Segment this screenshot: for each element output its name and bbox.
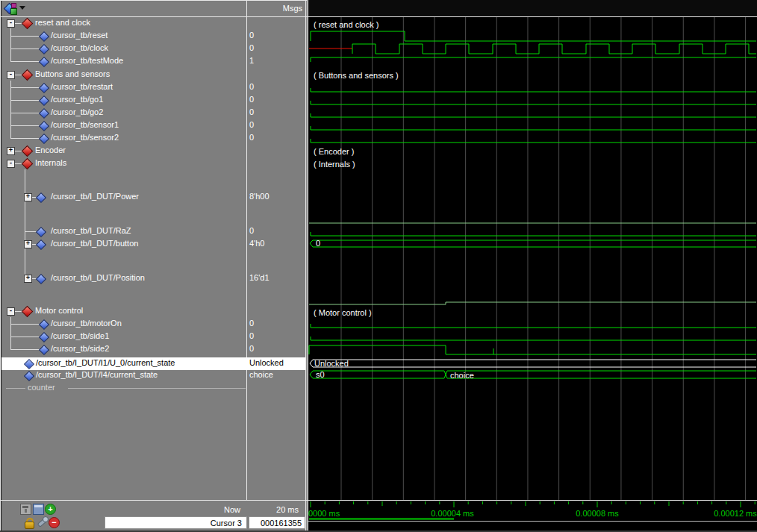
wave-button-open	[310, 240, 313, 247]
signal-value: 0	[249, 120, 254, 129]
divider-line	[68, 388, 246, 389]
wave-side2	[309, 345, 756, 354]
delete-cursor-icon[interactable]: −	[49, 517, 60, 528]
signal-row--cursor-tb-testmode[interactable]: /cursor_tb/testMode	[51, 56, 123, 65]
signal-diamond-icon	[39, 44, 49, 54]
cursor-name-field[interactable]: Cursor 3	[105, 516, 247, 529]
messages-window-icon[interactable]	[33, 504, 44, 515]
wave-go2	[311, 113, 756, 117]
now-label: Now	[136, 505, 240, 514]
expand-icon[interactable]: +	[7, 147, 15, 155]
group-diamond-icon	[22, 69, 34, 81]
timeline-label: 0000 ms	[308, 509, 340, 518]
wrench-icon[interactable]	[37, 516, 47, 527]
tree-connector	[10, 87, 40, 88]
collapse-icon[interactable]: -	[7, 160, 15, 168]
waveform-canvas[interactable]: ( reset and clock )( Buttons and sensors…	[308, 16, 757, 501]
signal-value: 0	[249, 107, 254, 116]
wave-group-label: ( Encoder )	[314, 147, 354, 156]
timeline-ruler[interactable]: 0000 ms0.00004 ms0.00008 ms0.00012 ms	[308, 501, 757, 521]
group-row-buttons-and-sensors[interactable]: Buttons and sensors	[35, 69, 110, 78]
tree-line	[25, 169, 25, 278]
signal-row--cursor-tb-sensor1[interactable]: /cursor_tb/sensor1	[51, 120, 119, 129]
signal-diamond-icon	[36, 193, 46, 203]
wave-value-text: 0	[316, 239, 320, 248]
expand-icon[interactable]: +	[24, 240, 32, 248]
signal-value: 0	[249, 95, 254, 104]
wave-reset	[311, 31, 756, 41]
signal-diamond-icon	[36, 227, 46, 237]
group-row-internals[interactable]: Internals	[35, 158, 66, 167]
signal-row--cursor-tb-restart[interactable]: /cursor_tb/restart	[51, 82, 113, 91]
signal-row--cursor-tb-i-dut-position[interactable]: /cursor_tb/I_DUT/Position	[51, 273, 145, 282]
signal-diamond-icon	[39, 57, 49, 67]
expand-icon[interactable]: +	[24, 275, 32, 283]
group-diamond-icon	[22, 18, 34, 30]
expand-icon[interactable]: +	[24, 193, 32, 201]
signal-row--cursor-tb-reset[interactable]: /cursor_tb/reset	[51, 31, 108, 40]
signal-value: 4'h0	[249, 239, 264, 248]
tree-connector	[10, 349, 40, 350]
tree-connector	[10, 113, 40, 113]
signal-value: 1	[249, 56, 254, 65]
tree-connector	[10, 324, 40, 325]
signal-row--cursor-tb-go1[interactable]: /cursor_tb/go1	[51, 95, 103, 104]
now-value: 20 ms	[249, 505, 299, 514]
signal-row--cursor-tb-i-dut-raz[interactable]: /cursor_tb/I_DUT/RaZ	[51, 226, 131, 235]
tree-line	[10, 28, 11, 61]
group-diamond-icon	[22, 145, 34, 157]
signal-diamond-icon	[39, 332, 49, 342]
group-row-encoder[interactable]: Encoder	[35, 145, 66, 154]
collapse-icon[interactable]: -	[7, 71, 15, 79]
signal-diamond-icon	[39, 319, 49, 330]
wave-testMode	[311, 57, 756, 62]
signal-value: 0	[249, 133, 254, 142]
signal-row--cursor-tb-side1[interactable]: /cursor_tb/side1	[51, 331, 109, 340]
tree-line	[10, 317, 11, 349]
wave-restart	[311, 88, 756, 92]
add-cursor-icon[interactable]: +	[45, 504, 56, 515]
group-row-motor-control[interactable]: Motor control	[35, 306, 83, 315]
signal-value: 0	[249, 319, 254, 328]
signal-value: 0	[249, 226, 254, 235]
divider-line	[6, 388, 25, 389]
signal-row--cursor-tb-side2[interactable]: /cursor_tb/side2	[51, 344, 109, 353]
wave-motorOn	[311, 324, 756, 328]
tree-connector	[10, 36, 40, 37]
signal-row--cursor-tb-i-dut-button[interactable]: /cursor_tb/I_DUT/button	[51, 239, 138, 248]
tree-connector	[10, 61, 40, 62]
group-diamond-icon	[22, 158, 34, 170]
signal-value: 0	[249, 82, 254, 91]
signal-diamond-icon	[39, 121, 49, 131]
signal-row--cursor-tb-i-dut-power[interactable]: /cursor_tb/I_DUT/Power	[51, 192, 139, 201]
divider-label: counter	[28, 383, 55, 392]
signal-row--cursor-tb-motoron[interactable]: /cursor_tb/motorOn	[51, 319, 122, 328]
signal-value: 16'd1	[249, 273, 270, 282]
wave-clock	[352, 44, 756, 54]
signal-row--cursor-tb-sensor2[interactable]: /cursor_tb/sensor2	[51, 133, 119, 142]
wave-group-label: ( reset and clock )	[314, 20, 378, 29]
tree-connector	[10, 337, 40, 337]
signal-diamond-icon	[39, 134, 49, 144]
wave-window: Msgs -reset and clock/cursor_tb/reset0/c…	[0, 0, 757, 532]
wave-u0-state-open	[310, 360, 313, 367]
cursor-time-field[interactable]: 000161355 ms	[249, 516, 305, 529]
signal-row--cursor-tb-go2[interactable]: /cursor_tb/go2	[51, 107, 103, 116]
collapse-icon[interactable]: -	[7, 307, 15, 316]
signal-row--cursor-tb-i-dut-i1-u-0-current-state[interactable]: /cursor_tb/I_DUT/I1/U_0/current_state	[36, 358, 175, 367]
signal-row--cursor-tb-clock[interactable]: /cursor_tb/clock	[51, 43, 108, 52]
collapse-icon[interactable]: -	[7, 19, 15, 28]
wave-go1	[311, 101, 756, 104]
expanded-time-icon[interactable]	[20, 504, 31, 515]
signal-value: 0	[249, 331, 254, 340]
signal-value: 8'h00	[249, 192, 270, 201]
signal-diamond-icon	[39, 96, 49, 106]
timeline-label: 0.00008 ms	[576, 509, 619, 518]
signal-value: 0	[249, 31, 254, 40]
signal-value: Unlocked	[249, 358, 284, 367]
lock-icon[interactable]	[25, 517, 34, 528]
group-row-reset-and-clock[interactable]: reset and clock	[35, 18, 90, 27]
wave-side1	[311, 337, 756, 340]
signal-row--cursor-tb-i-dut-i4-current-state[interactable]: /cursor_tb/I_DUT/I4/current_state	[36, 370, 158, 379]
signal-diamond-icon	[39, 31, 49, 42]
